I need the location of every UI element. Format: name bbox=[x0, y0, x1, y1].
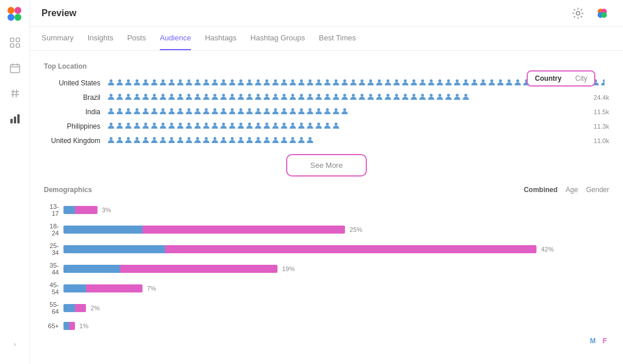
tab-hashtag-groups[interactable]: Hashtag Groups bbox=[250, 27, 305, 50]
svg-point-177 bbox=[309, 123, 312, 126]
svg-point-54 bbox=[369, 80, 372, 82]
navigation-tabs: Summary Insights Posts Audience Hashtags… bbox=[30, 27, 623, 51]
svg-point-99 bbox=[239, 94, 242, 97]
bar-male bbox=[63, 284, 86, 292]
svg-point-42 bbox=[265, 80, 268, 82]
person-icon bbox=[280, 122, 288, 130]
svg-point-101 bbox=[257, 94, 260, 97]
svg-point-0 bbox=[7, 7, 14, 14]
color-wheel-icon[interactable] bbox=[593, 4, 611, 22]
sidebar-calendar-icon[interactable] bbox=[5, 58, 25, 78]
svg-point-171 bbox=[257, 123, 260, 126]
person-icon bbox=[306, 93, 314, 102]
person-icon bbox=[488, 78, 496, 87]
svg-rect-5 bbox=[16, 38, 20, 42]
sidebar-expand-button[interactable]: › bbox=[5, 334, 25, 355]
person-icon bbox=[324, 122, 331, 130]
svg-point-148 bbox=[300, 108, 303, 111]
svg-point-139 bbox=[222, 108, 225, 111]
person-icon bbox=[116, 107, 123, 116]
sidebar-grid-icon[interactable] bbox=[5, 32, 25, 53]
demo-combined-button[interactable]: Combined bbox=[524, 186, 558, 194]
svg-point-97 bbox=[222, 94, 225, 97]
person-icon bbox=[211, 136, 219, 145]
legend-male[interactable]: M bbox=[590, 337, 596, 345]
city-button[interactable]: City bbox=[568, 72, 594, 85]
svg-point-196 bbox=[239, 137, 242, 140]
svg-point-136 bbox=[196, 108, 199, 111]
settings-icon[interactable] bbox=[569, 4, 587, 22]
demo-age-button[interactable]: Age bbox=[566, 186, 578, 194]
svg-point-160 bbox=[162, 123, 164, 126]
tab-summary[interactable]: Summary bbox=[42, 27, 74, 50]
svg-point-173 bbox=[274, 123, 277, 126]
svg-point-113 bbox=[361, 94, 363, 97]
tab-audience[interactable]: Audience bbox=[160, 27, 191, 50]
person-icon bbox=[107, 136, 115, 145]
bar-female bbox=[75, 206, 97, 214]
sidebar-hashtag-icon[interactable] bbox=[5, 83, 25, 104]
legend-female[interactable]: F bbox=[603, 337, 607, 345]
person-icon bbox=[107, 78, 115, 87]
person-icon bbox=[289, 122, 297, 130]
demographics-chart: 13-17 3% 18-24 25% 25-34 42% 35-44 bbox=[44, 203, 609, 331]
svg-point-32 bbox=[179, 80, 182, 82]
person-icon bbox=[194, 78, 201, 87]
person-icon bbox=[185, 78, 193, 87]
tab-hashtags[interactable]: Hashtags bbox=[205, 27, 237, 50]
bar-female bbox=[75, 304, 87, 312]
person-icon bbox=[228, 122, 236, 130]
app-logo[interactable] bbox=[6, 6, 24, 23]
bar-male bbox=[63, 206, 75, 214]
app-title: Preview bbox=[42, 8, 76, 18]
person-icon bbox=[202, 122, 210, 130]
bar-container: 1% bbox=[63, 321, 609, 331]
person-icon bbox=[445, 93, 452, 102]
svg-point-157 bbox=[136, 123, 138, 126]
bar-container: 19% bbox=[63, 264, 609, 274]
person-icon bbox=[272, 122, 279, 130]
person-icon bbox=[168, 93, 175, 102]
person-icon bbox=[177, 78, 184, 87]
see-more-button[interactable]: See More bbox=[286, 154, 367, 177]
person-icon bbox=[514, 78, 521, 87]
svg-point-166 bbox=[213, 123, 216, 126]
svg-point-176 bbox=[300, 123, 303, 126]
person-icon bbox=[254, 136, 262, 145]
person-icon bbox=[341, 107, 348, 116]
country-button[interactable]: Country bbox=[528, 72, 568, 85]
svg-point-133 bbox=[170, 108, 173, 111]
person-icon bbox=[289, 78, 297, 87]
svg-point-65 bbox=[464, 80, 467, 82]
content-area: Top Location Country City United States bbox=[30, 51, 623, 364]
person-icon bbox=[168, 107, 175, 116]
svg-point-53 bbox=[361, 80, 363, 82]
svg-point-186 bbox=[153, 137, 156, 140]
person-icon bbox=[211, 93, 219, 102]
svg-point-178 bbox=[317, 123, 320, 126]
tab-posts[interactable]: Posts bbox=[127, 27, 146, 50]
svg-point-108 bbox=[317, 94, 320, 97]
bar-container: 25% bbox=[63, 224, 609, 235]
person-icon bbox=[401, 78, 409, 87]
person-icon bbox=[350, 93, 357, 102]
person-icon bbox=[401, 93, 409, 102]
location-count: 11.5k bbox=[594, 108, 609, 115]
demo-gender-button[interactable]: Gender bbox=[586, 186, 609, 194]
svg-point-185 bbox=[144, 137, 147, 140]
location-name: United Kingdom bbox=[44, 137, 107, 145]
svg-point-67 bbox=[482, 80, 485, 82]
person-icon bbox=[194, 107, 201, 116]
sidebar-chart-icon[interactable] bbox=[5, 108, 25, 129]
person-icon bbox=[410, 78, 418, 87]
tab-insights[interactable]: Insights bbox=[88, 27, 114, 50]
sidebar-bottom: › bbox=[5, 334, 25, 364]
svg-point-85 bbox=[118, 94, 121, 97]
demographics-legend: M F bbox=[44, 337, 609, 345]
person-icon bbox=[228, 78, 236, 87]
svg-line-13 bbox=[16, 89, 17, 97]
tab-best-times[interactable]: Best Times bbox=[319, 27, 356, 50]
person-icon bbox=[272, 107, 279, 116]
person-icon bbox=[462, 78, 470, 87]
bar-row: 65+ 1% bbox=[44, 321, 609, 331]
